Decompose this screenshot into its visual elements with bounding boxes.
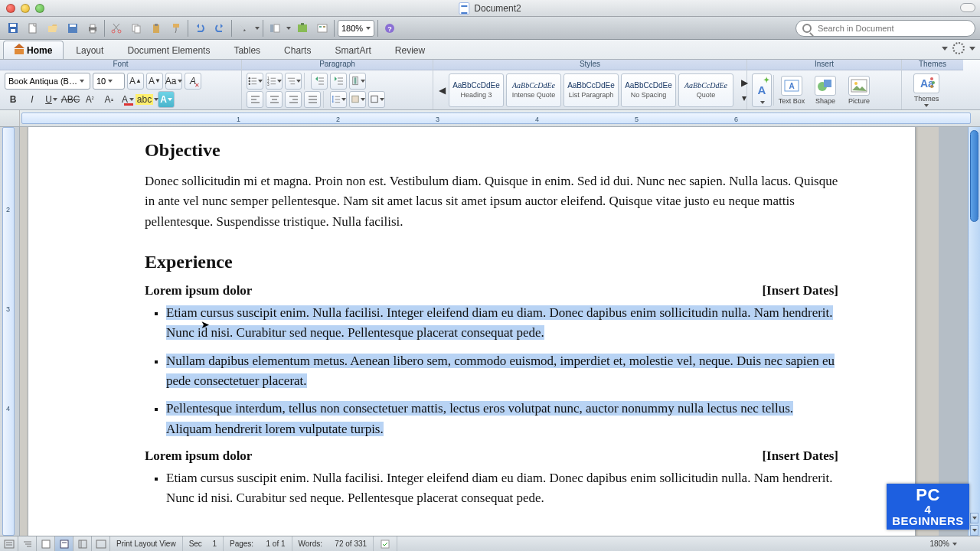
align-right-button[interactable] <box>285 91 302 108</box>
superscript-button[interactable]: A² <box>81 91 98 108</box>
horizontal-ruler[interactable]: 1 2 3 4 5 6 <box>0 110 980 127</box>
change-case-button[interactable]: Aa <box>165 73 182 90</box>
numbering-button[interactable]: 123 <box>266 73 283 90</box>
align-left-button[interactable] <box>247 91 263 108</box>
tab-document-elements[interactable]: Document Elements <box>116 41 221 59</box>
subscript-button[interactable]: A₂ <box>100 91 117 108</box>
dropdown-arrow-icon[interactable] <box>255 27 260 30</box>
job-title: Lorem ipsum dolor <box>145 283 252 298</box>
select-dropdown-icon[interactable] <box>235 20 252 37</box>
vertical-scrollbar[interactable] <box>968 127 980 536</box>
paste-icon[interactable] <box>148 20 165 37</box>
shading-button[interactable] <box>349 91 366 108</box>
collapse-ribbon-icon[interactable] <box>942 47 948 51</box>
font-name-select[interactable]: Book Antiqua (B… <box>5 73 90 90</box>
redo-icon[interactable] <box>211 20 228 37</box>
style-cell[interactable]: AaBbCcDdEeIntense Quote <box>506 73 561 107</box>
fullscreen-view-button[interactable] <box>92 536 110 551</box>
minimize-window-button[interactable] <box>21 4 30 13</box>
line-spacing-button[interactable] <box>330 91 347 108</box>
tab-charts[interactable]: Charts <box>273 41 322 59</box>
tab-layout[interactable]: Layout <box>64 41 115 59</box>
toolbox-icon[interactable] <box>294 20 311 37</box>
italic-button[interactable]: I <box>24 91 41 108</box>
style-cell[interactable]: AaBbCcDdEeList Paragraph <box>564 73 619 107</box>
themes-button[interactable]: AaThemes <box>906 73 946 107</box>
new-icon[interactable] <box>24 20 41 37</box>
style-cell[interactable]: AaBbCcDdEeQuote <box>678 73 733 107</box>
insert-quick-button[interactable]: A✦ <box>752 73 772 107</box>
svg-rect-87 <box>381 540 389 548</box>
save-button[interactable] <box>64 20 81 37</box>
tab-smartart[interactable]: SmartArt <box>323 41 382 59</box>
shrink-font-button[interactable]: A▼ <box>146 73 163 90</box>
grow-font-button[interactable]: A▲ <box>127 73 144 90</box>
notebook-view-button[interactable] <box>74 536 92 551</box>
align-center-button[interactable] <box>266 91 283 108</box>
help-icon[interactable]: ? <box>381 20 398 37</box>
tab-review[interactable]: Review <box>384 41 436 59</box>
svg-rect-75 <box>5 540 14 548</box>
style-cell[interactable]: AaBbCcDdEeNo Spacing <box>621 73 676 107</box>
shape-button[interactable]: Shape <box>809 76 841 105</box>
styles-prev-icon[interactable]: ◀ <box>438 82 446 99</box>
dropdown-arrow-icon[interactable] <box>969 47 975 51</box>
svg-rect-82 <box>60 540 68 548</box>
section-indicator[interactable]: Sec 1 <box>183 536 224 551</box>
tab-home[interactable]: Home <box>3 41 64 59</box>
sidebar-icon[interactable] <box>266 20 283 37</box>
outline-view-button[interactable] <box>18 536 37 551</box>
print-icon[interactable] <box>84 20 101 37</box>
document-content[interactable]: Objective Donec sollicitudin mi et magna… <box>145 140 838 509</box>
decrease-indent-button[interactable] <box>311 73 328 90</box>
vertical-ruler[interactable]: 2 3 4 <box>0 127 20 536</box>
save-icon[interactable] <box>5 20 21 37</box>
scrollbar-thumb[interactable] <box>970 130 978 222</box>
highlight-button[interactable]: abc <box>139 91 155 108</box>
text-direction-button[interactable] <box>349 73 366 90</box>
justify-button[interactable] <box>304 91 321 108</box>
open-icon[interactable] <box>44 20 61 37</box>
zoom-window-button[interactable] <box>35 4 44 13</box>
textbox-button[interactable]: AText Box <box>776 76 808 105</box>
underline-button[interactable]: U <box>43 91 60 108</box>
clear-formatting-button[interactable]: A✕ <box>185 73 201 90</box>
pages-indicator[interactable]: Pages: 1 of 1 <box>224 536 292 551</box>
words-indicator[interactable]: Words: 72 of 331 <box>292 536 374 551</box>
publishing-view-button[interactable] <box>37 536 55 551</box>
scroll-down-icon[interactable] <box>970 513 978 523</box>
bold-button[interactable]: B <box>5 91 21 108</box>
page-down-icon[interactable] <box>970 525 978 536</box>
picture-button[interactable]: Picture <box>843 76 875 105</box>
font-color-button[interactable]: A <box>119 91 136 108</box>
bullets-button[interactable] <box>247 73 263 90</box>
cut-icon[interactable] <box>108 20 125 37</box>
settings-icon[interactable] <box>952 42 965 54</box>
dropdown-arrow-icon[interactable] <box>286 27 291 30</box>
window-title: Document2 <box>474 3 521 14</box>
strikethrough-button[interactable]: ABC <box>62 91 79 108</box>
spell-check-icon[interactable] <box>374 536 397 551</box>
copy-icon[interactable] <box>128 20 145 37</box>
close-window-button[interactable] <box>6 4 15 13</box>
gallery-icon[interactable] <box>314 20 331 37</box>
toolbar-toggle-button[interactable] <box>960 3 975 12</box>
style-cell[interactable]: AaBbCcDdEeHeading 3 <box>449 73 504 107</box>
borders-button[interactable] <box>368 91 385 108</box>
text-effects-button[interactable]: A <box>158 91 175 108</box>
undo-icon[interactable] <box>191 20 208 37</box>
svg-rect-18 <box>298 24 307 32</box>
multilevel-list-button[interactable] <box>285 73 302 90</box>
zoom-select[interactable]: 180% <box>338 20 374 37</box>
increase-indent-button[interactable] <box>330 73 347 90</box>
heading-experience: Experience <box>145 252 838 272</box>
document-viewport[interactable]: Objective Donec sollicitudin mi et magna… <box>20 127 968 536</box>
search-field[interactable] <box>795 20 975 37</box>
font-size-select[interactable]: 10 <box>93 73 125 90</box>
format-painter-icon[interactable] <box>168 20 185 37</box>
search-input[interactable] <box>816 23 969 34</box>
zoom-indicator[interactable]: 180% <box>923 540 980 548</box>
print-layout-view-button[interactable] <box>55 536 74 551</box>
draft-view-button[interactable] <box>0 536 18 551</box>
tab-tables[interactable]: Tables <box>222 41 272 59</box>
